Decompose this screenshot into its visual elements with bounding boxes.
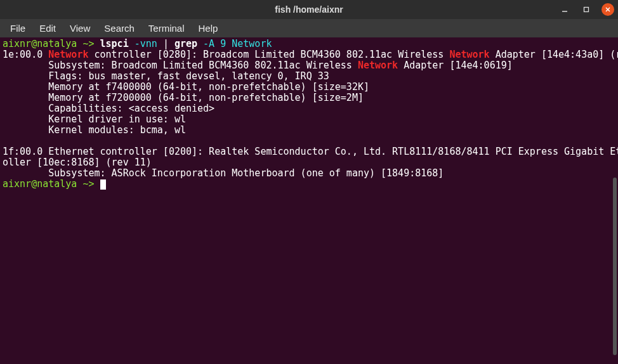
cmd-lspci: lspci [100,38,129,49]
out-l10: 1f:00.0 Ethernet controller [0200]: Real… [3,146,618,157]
menu-terminal[interactable]: Terminal [142,21,191,36]
out-l1c: Adapter [14e4:43a0] (rev 03) [490,49,618,60]
minimize-button[interactable] [558,3,571,16]
svg-rect-1 [584,8,589,12]
scrollbar[interactable] [613,178,617,355]
prompt-sep-2: ~> [77,178,100,190]
cmd-pipe: | [163,38,174,49]
match-network-3: Network [358,60,398,71]
match-network-2: Network [449,49,489,60]
out-l7: Kernel driver in use: wl [3,114,186,125]
prompt-user-2: aixnr@natalya [3,178,77,190]
menu-view[interactable]: View [63,21,96,36]
menu-search[interactable]: Search [98,21,141,36]
terminal-area[interactable]: aixnr@natalya ~> lspci -vnn | grep -A 9 … [0,37,618,191]
prompt-user: aixnr@natalya [3,38,77,49]
menubar: File Edit View Search Terminal Help [0,19,618,37]
prompt-sep: ~> [77,38,100,49]
out-l2a: Subsystem: Broadcom Limited BCM4360 802.… [3,60,358,71]
menu-file[interactable]: File [4,21,32,36]
out-l5: Memory at f7200000 (64-bit, non-prefetch… [3,92,364,103]
out-l2b: Adapter [14e4:0619] [398,60,513,71]
maximize-button[interactable] [580,3,593,16]
out-l11: oller [10ec:8168] (rev 11) [3,157,152,168]
menu-edit[interactable]: Edit [33,21,62,36]
cursor [100,179,106,190]
window-title: fish /home/aixnr [275,4,343,15]
window-controls [558,0,614,19]
cmd-grep: grep [174,38,197,49]
close-button[interactable] [602,3,614,16]
out-l8: Kernel modules: bcma, wl [3,124,186,136]
titlebar[interactable]: fish /home/aixnr [0,0,618,19]
out-l12: Subsystem: ASRock Incorporation Motherbo… [3,167,444,179]
out-l6: Capabilities: <access denied> [3,103,214,114]
out-l4: Memory at f7400000 (64-bit, non-prefetch… [3,81,369,93]
cmd-args2: -A 9 Network [197,38,272,49]
out-l3: Flags: bus master, fast devsel, latency … [3,70,329,82]
menu-help[interactable]: Help [192,21,225,36]
out-l1b: controller [0280]: Broadcom Limited BCM4… [88,49,449,60]
out-l1a: 1e:00.0 [3,49,48,60]
cmd-args1: -vnn [129,38,163,49]
match-network-1: Network [48,49,88,60]
